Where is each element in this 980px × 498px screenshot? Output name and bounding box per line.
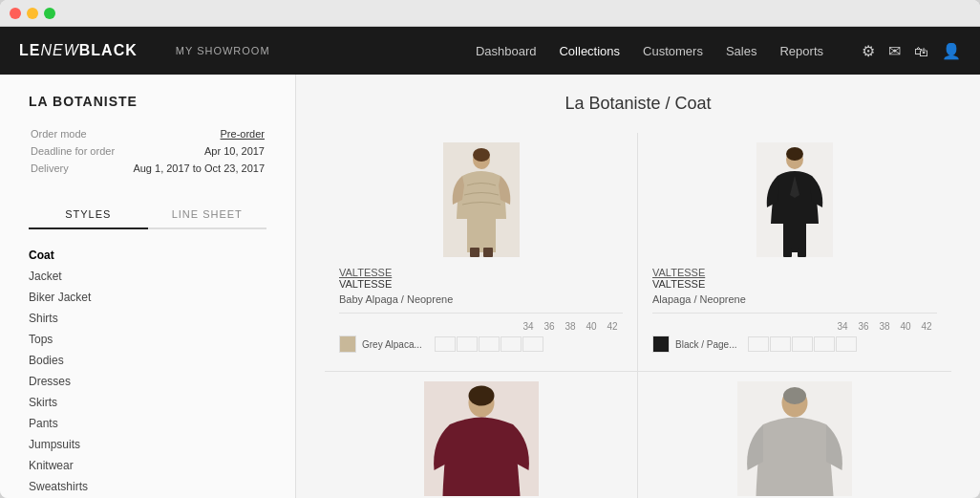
tab-line-sheet[interactable]: LINE SHEET xyxy=(148,201,267,227)
nav-dashboard[interactable]: Dashboard xyxy=(476,44,537,58)
coat-figure-1 xyxy=(443,142,520,257)
product-material-1: Baby Alpaga / Neoprene xyxy=(339,293,623,305)
order-mode-label: Order mode xyxy=(31,128,87,140)
style-item-sweatshirts[interactable]: Sweatshirts xyxy=(29,476,266,497)
size-cells-1 xyxy=(435,336,544,352)
svg-rect-9 xyxy=(798,248,806,257)
coat-figure-4 xyxy=(737,381,852,496)
main-content: LA BOTANISTE Order mode Pre-order Deadli… xyxy=(0,75,980,498)
product-link-1[interactable]: VALTESSE xyxy=(339,267,623,278)
product-area-title: La Botaniste / Coat xyxy=(325,94,951,114)
user-icon[interactable]: 👤 xyxy=(942,42,961,60)
size-cell[interactable] xyxy=(792,336,813,352)
product-link-2[interactable]: VALTESSE xyxy=(652,267,937,278)
style-item-knitwear[interactable]: Knitwear xyxy=(29,455,266,476)
style-tabs: STYLES LINE SHEET xyxy=(29,201,266,229)
style-item-dresses[interactable]: Dresses xyxy=(29,371,266,392)
product-image-1 xyxy=(339,142,623,257)
product-card-4 xyxy=(638,372,951,498)
nav-links: Dashboard Collections Customers Sales Re… xyxy=(476,44,823,58)
size-cell[interactable] xyxy=(770,336,791,352)
delivery-value: Aug 1, 2017 to Oct 23, 2017 xyxy=(133,162,265,174)
product-image-3 xyxy=(339,381,623,496)
size-header-2: 34 36 38 40 42 xyxy=(652,321,937,332)
style-item-jumpsuits[interactable]: Jumpsuits xyxy=(29,434,266,455)
brand-name: LA BOTANISTE xyxy=(29,94,266,109)
bag-icon[interactable]: 🛍 xyxy=(914,43,928,59)
size-cell[interactable] xyxy=(501,336,522,352)
size-cell[interactable] xyxy=(814,336,835,352)
navbar: LENEWBLACK MY SHOWROOM Dashboard Collect… xyxy=(0,27,980,75)
size-cell[interactable] xyxy=(522,336,543,352)
divider-1 xyxy=(339,313,623,314)
style-list: Coat Jacket Biker Jacket Shirts Tops Bod… xyxy=(29,245,266,497)
product-image-4 xyxy=(652,381,937,496)
product-name-1: VALTESSE xyxy=(339,278,623,290)
size-cell[interactable] xyxy=(748,336,769,352)
color-row-1: Grey Alpaca... xyxy=(339,336,623,353)
product-material-2: Alapaga / Neoprene xyxy=(652,293,937,305)
size-cell[interactable] xyxy=(457,336,478,352)
product-card-3 xyxy=(325,372,638,498)
color-name-1: Grey Alpaca... xyxy=(362,339,429,350)
size-cells-2 xyxy=(748,336,858,352)
style-item-biker-jacket[interactable]: Biker Jacket xyxy=(29,287,266,308)
deadline-label: Deadline for order xyxy=(31,145,115,157)
coat-figure-2 xyxy=(756,142,833,257)
svg-point-15 xyxy=(783,387,806,404)
sidebar: LA BOTANISTE Order mode Pre-order Deadli… xyxy=(0,75,296,498)
color-name-2: Black / Page... xyxy=(675,339,742,350)
style-item-bodies[interactable]: Bodies xyxy=(29,350,266,371)
product-area: La Botaniste / Coat xyxy=(296,75,980,498)
tab-styles[interactable]: STYLES xyxy=(29,201,148,229)
mail-icon[interactable]: ✉ xyxy=(888,42,901,60)
product-image-2 xyxy=(652,142,937,257)
my-showroom-label: MY SHOWROOM xyxy=(176,45,270,56)
style-item-jacket[interactable]: Jacket xyxy=(29,266,266,287)
delivery-label: Delivery xyxy=(31,162,69,174)
style-item-skirts[interactable]: Skirts xyxy=(29,392,266,413)
size-cell[interactable] xyxy=(435,336,456,352)
close-button[interactable] xyxy=(10,8,21,19)
deadline-row: Deadline for order Apr 10, 2017 xyxy=(31,145,265,157)
logo: LENEWBLACK xyxy=(19,42,138,59)
nav-icons: ⚙ ✉ 🛍 👤 xyxy=(862,42,961,60)
style-item-shirts[interactable]: Shirts xyxy=(29,308,266,329)
svg-point-12 xyxy=(468,386,494,406)
minimize-button[interactable] xyxy=(27,8,38,19)
nav-collections[interactable]: Collections xyxy=(559,44,620,58)
info-table: Order mode Pre-order Deadline for order … xyxy=(29,126,266,182)
nav-reports[interactable]: Reports xyxy=(779,44,823,58)
svg-point-2 xyxy=(473,148,490,162)
svg-point-7 xyxy=(786,147,803,161)
product-name-2: VALTESSE xyxy=(652,278,937,290)
coat-figure-3 xyxy=(424,381,539,496)
product-card-2: VALTESSE VALTESSE Alapaga / Neoprene 34 … xyxy=(638,133,951,372)
nav-sales[interactable]: Sales xyxy=(726,44,757,58)
nav-customers[interactable]: Customers xyxy=(643,44,703,58)
style-item-tops[interactable]: Tops xyxy=(29,329,266,350)
svg-rect-3 xyxy=(470,248,479,257)
style-item-pants[interactable]: Pants xyxy=(29,413,266,434)
color-thumb-2 xyxy=(652,336,670,353)
window-controls xyxy=(10,8,55,19)
svg-rect-8 xyxy=(783,248,792,257)
order-mode-row: Order mode Pre-order xyxy=(31,128,265,140)
size-cell[interactable] xyxy=(836,336,857,352)
product-grid: VALTESSE VALTESSE Baby Alpaga / Neoprene… xyxy=(325,133,951,498)
color-row-2: Black / Page... xyxy=(652,336,937,353)
order-mode-value[interactable]: Pre-order xyxy=(221,128,265,140)
style-item-coat[interactable]: Coat xyxy=(29,245,266,266)
size-header-1: 34 36 38 40 42 xyxy=(339,321,623,332)
app-window: LENEWBLACK MY SHOWROOM Dashboard Collect… xyxy=(0,0,980,498)
svg-rect-4 xyxy=(483,248,493,257)
divider-2 xyxy=(652,313,937,314)
product-card-1: VALTESSE VALTESSE Baby Alpaga / Neoprene… xyxy=(325,133,638,372)
gear-icon[interactable]: ⚙ xyxy=(862,42,875,60)
color-thumb-1 xyxy=(339,336,356,353)
title-bar xyxy=(0,0,980,27)
maximize-button[interactable] xyxy=(44,8,55,19)
delivery-row: Delivery Aug 1, 2017 to Oct 23, 2017 xyxy=(31,162,265,174)
deadline-value: Apr 10, 2017 xyxy=(204,145,265,157)
size-cell[interactable] xyxy=(479,336,500,352)
